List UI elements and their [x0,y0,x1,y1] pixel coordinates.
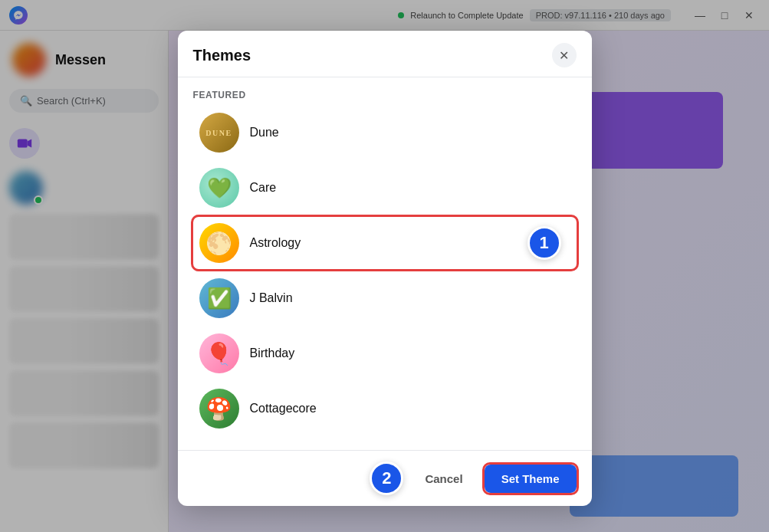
theme-icon-cottagecore: 🍄 [199,389,239,429]
theme-item-cottagecore[interactable]: 🍄 Cottagecore [193,383,577,435]
modal-title: Themes [193,47,251,64]
modal-body: FEATURED DUNE Dune 💚 Care 🌕 [178,77,592,450]
theme-item-birthday[interactable]: 🎈 Birthday [193,327,577,379]
selection-highlight-box [191,215,579,271]
themes-modal: Themes ✕ FEATURED DUNE Dune 💚 Care [178,31,592,506]
theme-name-astrology: Astrology [250,236,301,250]
section-label-featured: FEATURED [193,90,577,100]
set-theme-label: Set Theme [501,472,560,485]
modal-close-button[interactable]: ✕ [552,43,577,67]
modal-footer: 2 Cancel Set Theme [178,450,592,506]
modal-header: Themes ✕ [178,31,592,77]
theme-item-astrology[interactable]: 🌕 Astrology 1 [193,217,577,269]
theme-icon-jbalvin: ✅ [199,278,239,318]
theme-icon-care: 💚 [199,168,239,208]
theme-item-care[interactable]: 💚 Care [193,162,577,214]
theme-item-dune[interactable]: DUNE Dune [193,107,577,159]
close-icon: ✕ [559,48,569,63]
theme-icon-astrology: 🌕 [199,223,239,263]
set-theme-button[interactable]: Set Theme [485,465,577,493]
theme-name-dune: Dune [250,126,279,140]
cancel-button[interactable]: Cancel [412,466,475,491]
theme-name-jbalvin: J Balvin [250,291,293,305]
theme-item-jbalvin[interactable]: ✅ J Balvin [193,272,577,324]
theme-icon-birthday: 🎈 [199,333,239,373]
theme-name-care: Care [250,181,277,195]
annotation-badge-2: 2 [370,461,403,495]
theme-name-cottagecore: Cottagecore [250,402,317,415]
theme-icon-dune: DUNE [199,113,239,153]
annotation-badge-1: 1 [527,226,561,260]
modal-overlay: Themes ✕ FEATURED DUNE Dune 💚 Care [0,0,769,532]
theme-name-birthday: Birthday [250,346,295,360]
